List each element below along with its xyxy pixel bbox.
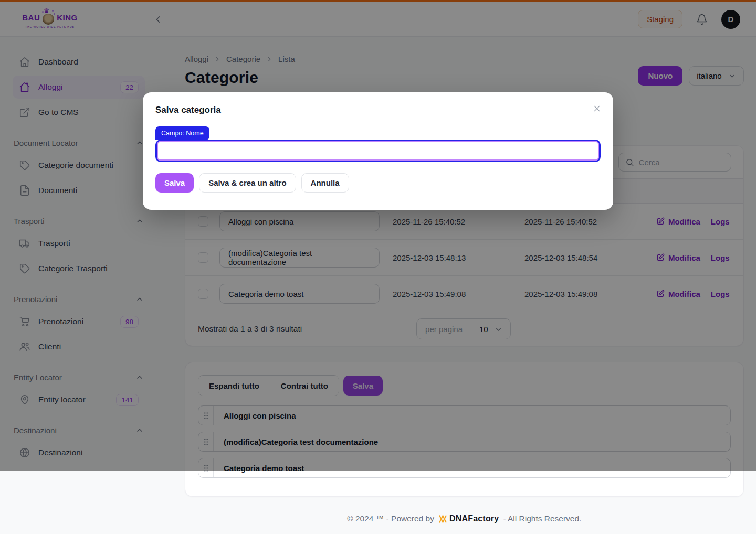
modal-backdrop[interactable] [0,0,756,471]
dnafactory-logo-icon [438,515,447,524]
copyright-text: © 2024 ™ - Powered by [347,514,434,524]
modal-close-button[interactable] [590,102,604,115]
modal-save-and-create-button[interactable]: Salva & crea un altro [199,173,296,193]
rights-text: - All Rights Reserved. [503,514,581,524]
modal-cancel-button[interactable]: Annulla [301,173,349,193]
close-icon [592,104,602,113]
modal-title: Salva categoria [155,105,601,115]
field-highlight-badge: Campo: Nome [155,126,209,140]
save-category-modal: Salva categoria Campo: Nome Salva Salva … [143,92,613,210]
dnafactory-name: DNAFactory [449,514,499,524]
dnafactory-brand: DNAFactory [438,514,499,524]
name-field-highlight [155,140,601,162]
page-footer: © 2024 ™ - Powered by DNAFactory - All R… [185,514,744,534]
category-name-input[interactable] [157,141,599,161]
modal-save-button[interactable]: Salva [155,173,194,193]
